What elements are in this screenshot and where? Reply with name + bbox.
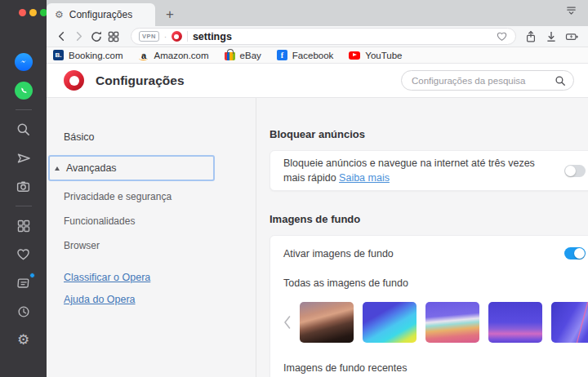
bookmarks-bar: B. Booking.com a Amazon.com eBay f Faceb…	[47, 47, 588, 64]
link-ajuda-opera[interactable]: Ajuda do Opera	[47, 294, 256, 305]
reload-icon[interactable]	[87, 29, 105, 45]
nav-item-funcionalidades[interactable]: Funcionalidades	[47, 215, 256, 227]
settings-search-icon[interactable]	[555, 75, 566, 86]
my-flow-icon[interactable]	[14, 149, 33, 168]
wallpaper-thumb-mountain-sunset[interactable]	[300, 302, 354, 343]
wallpapers-all-label: Todas as imagens de fundo	[283, 277, 586, 289]
bookmark-label: Facebook	[292, 51, 334, 60]
opera-site-icon	[172, 31, 182, 42]
whatsapp-badge	[15, 82, 33, 100]
search-icon[interactable]	[14, 120, 33, 140]
nav-sub-items: Privacidade e segurança Funcionalidades …	[47, 191, 256, 251]
wallpapers-enable-row: Ativar imagens de fundo	[283, 247, 586, 259]
settings-body: Básico Avançadas Privacidade e segurança…	[47, 98, 588, 377]
url-divider	[187, 31, 188, 42]
wallpaper-carousel	[283, 302, 586, 343]
address-bar-actions	[524, 30, 579, 43]
saiba-mais-link[interactable]: Saiba mais	[339, 172, 390, 184]
battery-saver-icon[interactable]	[565, 30, 579, 43]
nav-item-browser[interactable]: Browser	[47, 240, 256, 251]
minimize-window-button[interactable]	[29, 9, 37, 16]
download-icon[interactable]	[545, 30, 558, 43]
wallpapers-card: Ativar imagens de fundo Todas as imagens…	[270, 235, 588, 377]
wallpapers-recent-label: Imagens de fundo recentes	[283, 362, 586, 374]
bookmark-label: YouTube	[365, 51, 402, 60]
bookmark-youtube[interactable]: YouTube	[349, 51, 402, 60]
snapshot-camera-icon[interactable]	[14, 177, 33, 197]
wallpapers-enable-label: Ativar imagens de fundo	[283, 248, 556, 259]
new-tab-button[interactable]: +	[166, 7, 174, 21]
browser-main: ⚙ Configurações + VPN ·	[47, 0, 588, 377]
ebay-favicon-icon	[225, 52, 235, 60]
bookmark-amazon[interactable]: a Amazon.com	[138, 50, 208, 60]
messenger-badge	[15, 53, 33, 71]
toggle-knob	[565, 166, 576, 176]
toggle-knob	[574, 248, 585, 259]
vpn-badge[interactable]: VPN	[139, 31, 159, 42]
opera-window: ⚙ ⚙ Configurações +	[0, 0, 588, 377]
adblock-heading: Bloquear anúncios	[270, 128, 588, 140]
close-window-button[interactable]	[19, 9, 26, 16]
nav-links: Classificar o Opera Ajuda do Opera	[47, 272, 256, 305]
sidebar-divider	[16, 206, 32, 206]
news-notification-badge	[29, 273, 35, 278]
wallpapers-toggle[interactable]	[564, 247, 586, 259]
link-classificar-opera[interactable]: Classificar o Opera	[47, 272, 256, 283]
settings-nav: Básico Avançadas Privacidade e segurança…	[47, 98, 256, 377]
tab-configuracoes[interactable]: ⚙ Configurações	[47, 3, 155, 26]
history-clock-icon[interactable]	[14, 302, 33, 322]
tab-gear-favicon-icon: ⚙	[55, 10, 64, 20]
nav-item-avancadas[interactable]: Avançadas	[48, 155, 215, 181]
tab-bar: ⚙ Configurações +	[47, 0, 588, 26]
adblock-description-text: Bloqueie anúncios e navegue na internet …	[283, 157, 535, 184]
bookmark-ebay[interactable]: eBay	[225, 50, 261, 60]
whatsapp-icon[interactable]	[14, 81, 33, 100]
adblock-card: Bloqueie anúncios e navegue na internet …	[270, 150, 588, 191]
sidebar-divider	[16, 109, 32, 110]
forward-icon[interactable]	[70, 29, 87, 45]
start-page-grid-icon[interactable]	[105, 29, 122, 45]
bookmark-label: Booking.com	[69, 51, 122, 60]
nav-item-privacidade[interactable]: Privacidade e segurança	[47, 191, 256, 202]
page-title: Configurações	[96, 73, 185, 88]
wallpaper-thumb-iridescent-wave[interactable]	[425, 302, 479, 343]
share-icon[interactable]	[524, 30, 537, 43]
speed-dial-icon[interactable]	[14, 216, 33, 236]
bookmark-facebook[interactable]: f Facebook	[277, 50, 334, 60]
amazon-favicon-icon: a	[138, 50, 149, 60]
nav-item-basico[interactable]: Básico	[47, 131, 256, 144]
sidebar-rail: ⚙	[0, 0, 47, 377]
window-controls	[19, 0, 47, 16]
settings-content: Bloquear anúncios Bloqueie anúncios e na…	[256, 98, 588, 377]
wallpaper-thumb-purple-peaks[interactable]	[488, 302, 542, 343]
bookmark-label: eBay	[240, 51, 261, 60]
youtube-favicon-icon	[349, 51, 360, 60]
nav-item-label: Avançadas	[66, 162, 117, 175]
bookmark-heart-icon[interactable]	[496, 30, 508, 42]
adblock-toggle[interactable]	[564, 165, 586, 177]
carousel-prev-icon[interactable]	[283, 315, 291, 330]
opera-logo-icon	[64, 70, 84, 91]
settings-header: Configurações	[47, 64, 588, 98]
bookmarks-heart-icon[interactable]	[14, 245, 33, 264]
personal-news-icon[interactable]	[14, 273, 33, 293]
collapse-triangle-icon	[55, 166, 60, 171]
url-field[interactable]: VPN · settings	[131, 28, 516, 45]
sidebar-settings-gear-icon[interactable]: ⚙	[14, 330, 33, 350]
settings-search-input[interactable]	[412, 76, 555, 86]
bookmark-label: Amazon.com	[154, 51, 208, 60]
adblock-description: Bloqueie anúncios e navegue na internet …	[283, 156, 556, 185]
wallpapers-heading: Imagens de fundo	[270, 213, 588, 225]
url-text[interactable]: settings	[193, 31, 232, 42]
settings-search[interactable]	[401, 70, 574, 91]
sidebar-icon-stack: ⚙	[14, 47, 33, 354]
url-separator-dot: ·	[164, 33, 167, 41]
tab-menu-icon[interactable]	[565, 4, 577, 20]
messenger-icon[interactable]	[14, 52, 33, 72]
tab-title: Configurações	[69, 9, 132, 20]
wallpaper-thumb-geometric-blue[interactable]	[363, 302, 416, 343]
wallpaper-thumb-violet-swirl[interactable]	[551, 302, 588, 343]
bookmark-booking[interactable]: B. Booking.com	[53, 50, 122, 60]
back-icon[interactable]	[53, 29, 70, 45]
facebook-favicon-icon: f	[277, 50, 287, 60]
